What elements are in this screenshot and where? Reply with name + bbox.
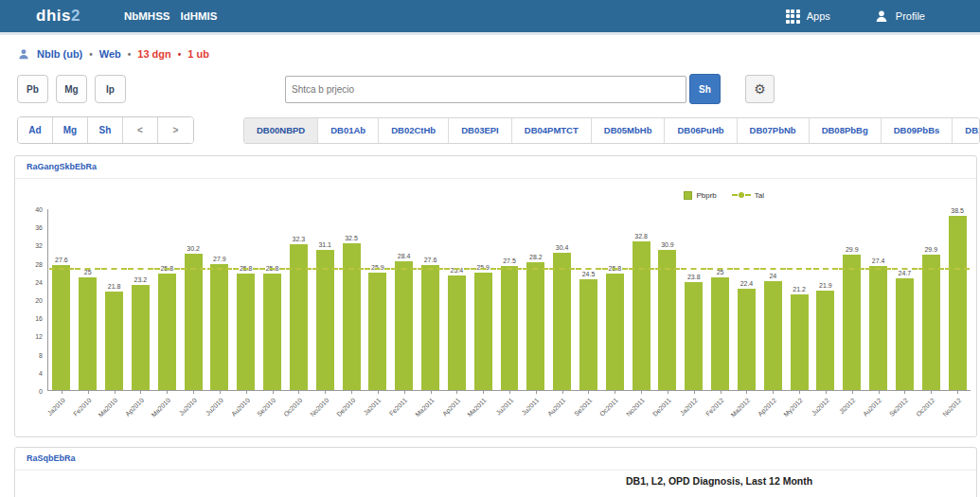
toolbar-button-3[interactable]: Ip [95, 75, 126, 103]
x-tick [879, 390, 880, 394]
tab-nav-button-Mg[interactable]: Mg [53, 117, 88, 143]
legend-bar-series[interactable]: Pbprb [684, 191, 716, 200]
bar[interactable] [896, 278, 914, 390]
bar[interactable] [869, 266, 887, 390]
x-axis-label: Oc2011 [598, 397, 619, 417]
bar[interactable] [843, 255, 861, 390]
bar[interactable] [158, 274, 176, 390]
nav-item-1[interactable]: NbMHSS [124, 10, 170, 22]
app-logo[interactable]: dhis2 [36, 7, 80, 26]
bar-slot: 23.8Ja2012 [681, 209, 707, 390]
gear-icon[interactable]: ⚙ [745, 75, 775, 103]
x-tick [668, 390, 668, 394]
bar[interactable] [185, 254, 203, 390]
bar[interactable] [738, 289, 756, 390]
bar[interactable] [606, 274, 624, 390]
nav-item-2[interactable]: IdHMIS [180, 10, 217, 22]
bar[interactable] [685, 282, 703, 390]
bar[interactable] [290, 244, 308, 390]
target-line-segment [49, 268, 75, 270]
bar[interactable] [791, 294, 809, 390]
bar[interactable] [52, 265, 70, 390]
tab-DB09PbBs[interactable]: DB09PbBs [882, 118, 953, 143]
x-tick [351, 390, 352, 394]
main-toolbar: Pb Mg Ip Sh ⚙ [0, 73, 980, 105]
bar-slot: 21.2My2012 [786, 209, 812, 390]
bar-value-label: 30.9 [648, 241, 687, 248]
bar[interactable] [448, 275, 466, 390]
bar-slot: 27.6Ja2010 [48, 209, 75, 390]
x-tick [140, 390, 141, 394]
y-tick-label: 12 [35, 333, 43, 340]
bar[interactable] [316, 250, 334, 391]
x-tick [694, 390, 695, 394]
toolbar-button-1[interactable]: Pb [17, 75, 48, 103]
x-tick [115, 390, 116, 394]
bar-value-label: 32.5 [331, 235, 371, 241]
tab-DB00NBPD[interactable]: DB00NBPD [244, 118, 318, 143]
target-line-segment [207, 268, 233, 270]
bar[interactable] [210, 264, 228, 390]
legend-line-series[interactable]: Tal [732, 191, 764, 200]
bar[interactable] [579, 279, 597, 390]
prev-button[interactable]: < [123, 117, 158, 143]
tab-DB01Ab[interactable]: DB01Ab [318, 118, 379, 143]
tab-nav-button-Ad[interactable]: Ad [18, 117, 53, 143]
tab-DB08PbBg[interactable]: DB08PbBg [810, 118, 882, 143]
x-tick [378, 390, 379, 394]
x-axis-label: Au2011 [546, 397, 567, 417]
chart-toolbar-links[interactable]: RaGangSkbEbRa [15, 156, 976, 179]
tab-DB06PuHb[interactable]: DB06PuHb [665, 118, 737, 143]
bar[interactable] [949, 216, 967, 390]
user-context[interactable]: Web [99, 48, 121, 60]
bar[interactable] [922, 255, 940, 390]
bar[interactable] [764, 281, 782, 390]
bar[interactable] [263, 274, 281, 390]
legend-bar-swatch-icon [684, 191, 692, 200]
bar[interactable] [526, 262, 544, 390]
bar[interactable] [105, 292, 123, 390]
target-line-segment [576, 268, 601, 270]
x-tick [957, 390, 958, 394]
bar[interactable] [237, 274, 255, 390]
apps-menu[interactable]: Apps [786, 9, 830, 24]
x-axis-label: Ap2011 [441, 397, 462, 417]
next-button[interactable]: > [158, 117, 193, 143]
bar-value-label: 27.6 [42, 257, 81, 263]
tab-DB04PMTCT[interactable]: DB04PMTCT [512, 118, 592, 143]
x-tick [456, 390, 457, 394]
tab-DB05MbHb[interactable]: DB05MbHb [592, 118, 666, 143]
user-name[interactable]: Nblb (ub) [37, 48, 82, 60]
bar-slot: 25.9Ma2011 [470, 209, 496, 390]
second-chart-toolbar-links[interactable]: RaSqbEbRa [15, 448, 976, 470]
bar[interactable] [474, 273, 492, 390]
tab-DB10Hb[interactable]: DB10Hb [953, 118, 980, 143]
bar[interactable] [421, 265, 439, 390]
tab-DB02CtHb[interactable]: DB02CtHb [379, 118, 449, 143]
search-button[interactable]: Sh [689, 74, 721, 104]
bar[interactable] [395, 261, 413, 390]
bar[interactable] [368, 273, 386, 390]
x-tick [641, 390, 642, 394]
y-tick-label: 20 [35, 297, 43, 304]
profile-menu[interactable]: Profile [874, 9, 925, 24]
bar[interactable] [711, 277, 729, 390]
tab-DB07PbNb[interactable]: DB07PbNb [738, 118, 810, 143]
x-axis-label: Oc2012 [915, 397, 935, 417]
tab-nav-button-Sh[interactable]: Sh [88, 117, 123, 143]
x-axis-label: Ju2011 [521, 397, 541, 417]
tab-DB03EPI[interactable]: DB03EPI [449, 118, 512, 143]
search-input[interactable] [285, 76, 686, 103]
bar[interactable] [658, 250, 676, 390]
bar[interactable] [816, 291, 834, 390]
x-tick [193, 390, 194, 394]
bar[interactable] [633, 241, 650, 390]
bar[interactable] [501, 266, 519, 390]
bar[interactable] [132, 285, 150, 390]
x-tick [298, 390, 299, 394]
x-tick [325, 390, 326, 394]
bar-value-label: 28.2 [516, 254, 556, 260]
toolbar-button-2[interactable]: Mg [56, 75, 87, 103]
bar[interactable] [79, 277, 97, 390]
target-line-segment [734, 268, 759, 270]
